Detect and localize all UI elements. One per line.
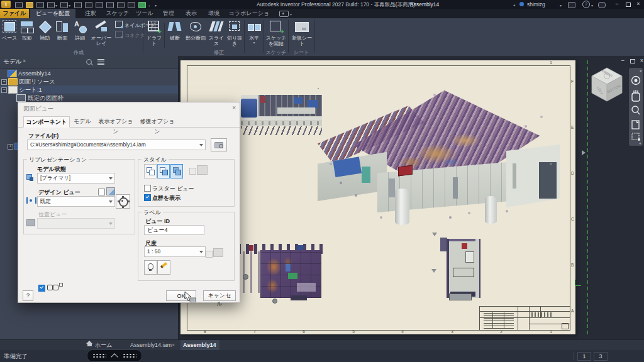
measure-icon[interactable]: [128, 2, 135, 8]
help-dropdown-icon[interactable]: ▾: [591, 3, 593, 8]
doc-close-button[interactable]: ×: [638, 57, 644, 64]
iproperties-icon[interactable]: [117, 2, 125, 8]
dialog-tab-display[interactable]: 表示オプション: [96, 116, 135, 126]
minimize-button[interactable]: −: [613, 0, 621, 8]
ribbon-button-break[interactable]: 破断: [166, 19, 184, 41]
home-icon[interactable]: [74, 2, 82, 8]
cancel-button[interactable]: キャンセル: [203, 290, 236, 301]
point-cloud-checkbox[interactable]: [144, 194, 151, 201]
chevron-up-icon[interactable]: [111, 353, 118, 360]
marking-menu-pill[interactable]: [87, 349, 142, 362]
tab-place-views[interactable]: ビューを配置: [30, 9, 75, 18]
edit-view-label-button[interactable]: [157, 260, 170, 275]
tab-close-icon[interactable]: ×: [172, 340, 175, 351]
ribbon-button-start-sketch[interactable]: + スケッチを開始: [265, 19, 287, 47]
tab-tools[interactable]: ツール: [133, 9, 156, 18]
browse-file-button[interactable]: [211, 138, 227, 151]
help-icon[interactable]: ?: [582, 1, 590, 8]
drawing-view-plan[interactable]: [238, 240, 327, 300]
qat-customize-icon[interactable]: ▾: [155, 3, 157, 8]
qat-more-icon[interactable]: ＋: [147, 3, 151, 9]
tab-view[interactable]: 表示: [181, 9, 201, 18]
tree-item-sheet1[interactable]: − シート:1: [0, 85, 178, 94]
redo-icon[interactable]: [60, 2, 68, 8]
expand-icon[interactable]: +: [8, 144, 13, 150]
doc-minimize-button[interactable]: −: [619, 57, 627, 64]
sheet-number-current[interactable]: 1: [577, 352, 591, 361]
pan-hand-icon[interactable]: [632, 93, 640, 101]
tab-annotate[interactable]: 注釈: [79, 9, 102, 18]
tab-file[interactable]: ファイル: [0, 9, 29, 18]
undo-icon[interactable]: [47, 2, 55, 8]
ribbon-button-horizontal[interactable]: 水平 ▾: [246, 19, 262, 44]
save-icon[interactable]: [36, 2, 44, 8]
view-cube[interactable]: FRONT LEFT BOTTOM: [589, 66, 625, 104]
dialog-close-icon[interactable]: ×: [232, 104, 236, 111]
ribbon-button-crop[interactable]: 切り抜き: [225, 19, 244, 47]
undo-dropdown-icon[interactable]: ▾: [55, 3, 57, 8]
expand-icon[interactable]: +: [1, 79, 7, 85]
ribbon-button-auxiliary[interactable]: 補助: [36, 19, 53, 41]
ribbon-button-slice[interactable]: スライス: [208, 19, 225, 47]
restore-button[interactable]: [623, 0, 632, 8]
browser-tab-model[interactable]: モデル: [3, 58, 21, 66]
ribbon-button-breakout[interactable]: 部分断面: [184, 19, 208, 41]
open-file-icon[interactable]: [26, 2, 33, 8]
dialog-tab-recovery[interactable]: 修復オプション: [138, 116, 177, 126]
design-view-combo[interactable]: 既定: [37, 196, 115, 207]
print-icon[interactable]: [96, 2, 103, 8]
parameters-icon[interactable]: [138, 2, 146, 8]
tab-close-icon[interactable]: ×: [212, 340, 215, 350]
design-view-settings-button[interactable]: [116, 194, 130, 209]
ribbon-button-base[interactable]: ベース: [1, 19, 18, 41]
capture-icon[interactable]: [279, 11, 289, 17]
assistant-icon[interactable]: [598, 2, 606, 8]
collapse-icon[interactable]: −: [1, 87, 7, 93]
new-file-icon[interactable]: [15, 2, 23, 8]
drawing-view-elevation-1[interactable]: [241, 95, 322, 136]
cart-icon[interactable]: [568, 2, 575, 8]
copy-icon[interactable]: [106, 2, 114, 8]
scale-combo[interactable]: 1 : 50: [144, 246, 206, 257]
zoom-icon[interactable]: [632, 106, 638, 112]
ribbon-button-detail[interactable]: A 詳細: [71, 19, 89, 41]
raster-view-checkbox[interactable]: [144, 185, 151, 192]
ribbon-button-draft[interactable]: + ドラフト: [145, 19, 164, 47]
tab-sketch[interactable]: スケッチ: [104, 9, 131, 18]
browser-menu-icon[interactable]: [97, 59, 104, 65]
tree-item-resources[interactable]: + 図面リソース: [0, 77, 178, 85]
user-name[interactable]: shimizg: [527, 1, 545, 8]
preview-checkbox[interactable]: [38, 285, 45, 292]
layout-icon[interactable]: [85, 2, 92, 8]
user-avatar[interactable]: [519, 2, 524, 6]
capture-dropdown-icon[interactable]: ▾: [290, 12, 292, 16]
toggle-label-visibility-button[interactable]: [144, 260, 157, 275]
browser-close-icon[interactable]: ×: [23, 58, 26, 64]
zoom-window-icon[interactable]: [632, 133, 639, 140]
panel-expand-arrow[interactable]: [582, 150, 586, 155]
tab-manage[interactable]: 管理: [158, 9, 179, 18]
pointcloud-marker-triangle[interactable]: [432, 233, 437, 236]
navbar-close-icon[interactable]: ×: [640, 69, 642, 73]
view-id-input[interactable]: ビュー4: [144, 225, 204, 235]
look-at-icon[interactable]: [632, 121, 639, 129]
ribbon-button-projected[interactable]: 投影: [18, 19, 36, 41]
style-shaded-button[interactable]: [170, 164, 183, 178]
model-state-combo[interactable]: [プライマリ]: [37, 173, 115, 184]
dialog-tab-model[interactable]: モデル: [71, 116, 94, 126]
sheet-number-total[interactable]: 3: [594, 352, 608, 361]
style-hidden-line-removed-button[interactable]: [157, 164, 170, 178]
drawing-canvas[interactable]: F E D C B A 8 7 6 5 4 3 2 1 1: [179, 56, 644, 339]
search-icon[interactable]: [86, 59, 92, 65]
dialog-help-button[interactable]: ?: [23, 290, 33, 301]
design-view-associative-checkbox[interactable]: [98, 189, 105, 195]
ribbon-button-overlay[interactable]: オーバーレイ: [89, 19, 114, 47]
style-hidden-line-button[interactable]: [144, 164, 157, 178]
tree-item-default-border[interactable]: 既定の図面枠: [0, 94, 178, 102]
user-dropdown-icon[interactable]: ▾: [560, 3, 562, 8]
navbar-customize-icon[interactable]: ×: [639, 141, 641, 145]
inventor-logo[interactable]: I: [1, 1, 11, 8]
user-prev-icon[interactable]: ◂: [513, 3, 515, 7]
close-button[interactable]: ×: [634, 0, 643, 8]
redo-dropdown-icon[interactable]: ▾: [69, 3, 70, 8]
